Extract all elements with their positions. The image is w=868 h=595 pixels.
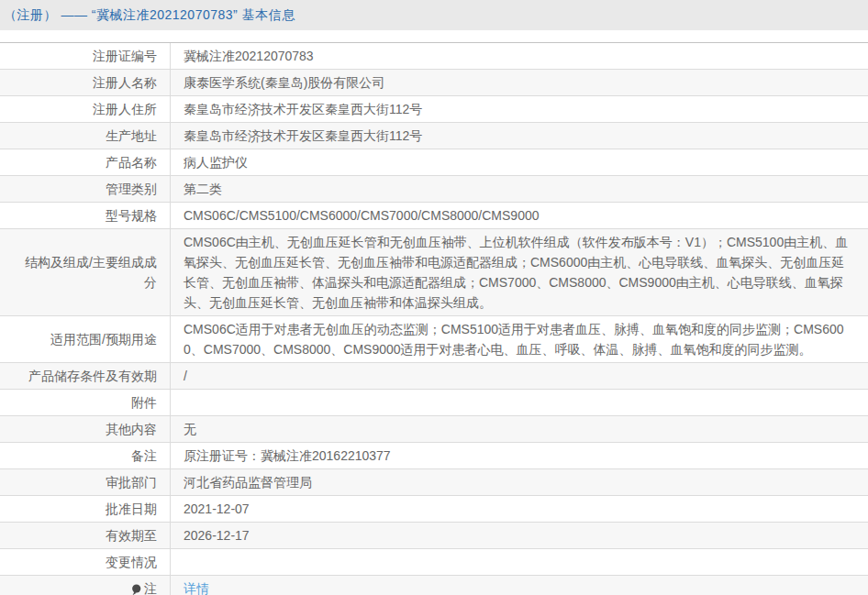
row-value: / — [171, 363, 868, 389]
row-value: 冀械注准20212070783 — [171, 43, 868, 69]
row-label-text: 结构及组成/主要组成成分 — [13, 252, 157, 292]
row-value: 秦皇岛市经济技术开发区秦皇西大街112号 — [171, 96, 868, 122]
row-label-text: 附件 — [131, 392, 157, 413]
row-label: 批准日期 — [0, 496, 171, 522]
row-label: 结构及组成/主要组成成分 — [0, 229, 171, 315]
table-row: 生产地址 秦皇岛市经济技术开发区秦皇西大街112号 — [0, 123, 868, 149]
row-label-text: 产品储存条件及有效期 — [28, 366, 157, 386]
row-label: 有效期至 — [0, 523, 171, 548]
row-value: 病人监护仪 — [171, 149, 868, 175]
row-label-text: 有效期至 — [106, 525, 157, 545]
row-label: 注册人住所 — [0, 96, 171, 122]
row-label-text: 管理类别 — [106, 179, 157, 199]
row-label: 型号规格 — [0, 203, 171, 228]
row-label-text: 生产地址 — [106, 126, 157, 146]
row-label-text: 产品名称 — [106, 152, 157, 172]
row-value: 河北省药品监督管理局 — [171, 469, 868, 495]
row-value: 2021-12-07 — [171, 496, 868, 522]
row-value: CMS06C/CMS5100/CMS6000/CMS7000/CMS8000/C… — [171, 203, 868, 228]
table-row: 注 详情 — [0, 576, 868, 595]
row-label-text: 注册人住所 — [93, 99, 157, 119]
page-header: （注册） —— “冀械注准20212070783” 基本信息 — [0, 0, 868, 30]
table-row: 产品名称 病人监护仪 — [0, 149, 868, 176]
row-value: 第二类 — [171, 176, 868, 202]
row-label-text: 变更情况 — [106, 552, 157, 572]
row-value: 康泰医学系统(秦皇岛)股份有限公司 — [171, 70, 868, 95]
table-row: 有效期至 2026-12-17 — [0, 523, 868, 549]
row-value — [171, 390, 868, 415]
row-value: CMS06C由主机、无创血压延长管和无创血压袖带、上位机软件组成（软件发布版本号… — [171, 229, 868, 315]
table-row: 管理类别 第二类 — [0, 176, 868, 203]
table-row: 备注 原注册证号：冀械注准20162210377 — [0, 443, 868, 469]
table-row: 变更情况 — [0, 549, 868, 576]
page-title: （注册） —— “冀械注准20212070783” 基本信息 — [4, 7, 295, 24]
note-bulb-icon — [131, 584, 141, 595]
row-label-text: 备注 — [131, 446, 157, 466]
row-value: 2026-12-17 — [171, 523, 868, 548]
row-label: 适用范围/预期用途 — [0, 316, 171, 362]
row-value: 详情 — [171, 576, 868, 595]
row-label: 注 — [0, 576, 171, 595]
row-label: 备注 — [0, 443, 171, 468]
row-label: 注册人名称 — [0, 70, 171, 95]
info-table: 注册证编号 冀械注准20212070783 注册人名称 康泰医学系统(秦皇岛)股… — [0, 42, 868, 595]
table-row: 产品储存条件及有效期 / — [0, 363, 868, 390]
table-row: 结构及组成/主要组成成分 CMS06C由主机、无创血压延长管和无创血压袖带、上位… — [0, 229, 868, 316]
row-label: 其他内容 — [0, 416, 171, 442]
detail-link[interactable]: 详情 — [184, 578, 209, 595]
row-label: 管理类别 — [0, 176, 171, 202]
row-label: 审批部门 — [0, 469, 171, 495]
table-row: 附件 — [0, 390, 868, 416]
table-row: 审批部门 河北省药品监督管理局 — [0, 469, 868, 496]
row-label-text: 批准日期 — [106, 499, 157, 519]
row-label-text: 注册人名称 — [93, 72, 157, 93]
row-value: 秦皇岛市经济技术开发区秦皇西大街112号 — [171, 123, 868, 149]
row-label-text: 其他内容 — [106, 419, 157, 439]
row-label: 产品名称 — [0, 149, 171, 175]
row-label-text: 型号规格 — [106, 205, 157, 226]
row-value: 原注册证号：冀械注准20162210377 — [171, 443, 868, 468]
row-label: 附件 — [0, 390, 171, 415]
table-row: 注册证编号 冀械注准20212070783 — [0, 43, 868, 70]
row-label: 生产地址 — [0, 123, 171, 149]
row-value: 无 — [171, 416, 868, 442]
row-value: CMS06C适用于对患者无创血压的动态监测；CMS5100适用于对患者血压、脉搏… — [171, 316, 868, 362]
row-label: 变更情况 — [0, 549, 171, 575]
row-label: 注册证编号 — [0, 43, 171, 69]
row-label: 产品储存条件及有效期 — [0, 363, 171, 389]
table-row: 注册人住所 秦皇岛市经济技术开发区秦皇西大街112号 — [0, 96, 868, 123]
row-value — [171, 549, 868, 575]
table-row: 适用范围/预期用途 CMS06C适用于对患者无创血压的动态监测；CMS5100适… — [0, 316, 868, 363]
row-label-text: 审批部门 — [106, 472, 157, 492]
table-row: 注册人名称 康泰医学系统(秦皇岛)股份有限公司 — [0, 70, 868, 96]
row-label-text: 注册证编号 — [93, 46, 157, 66]
table-row: 型号规格 CMS06C/CMS5100/CMS6000/CMS7000/CMS8… — [0, 203, 868, 229]
table-row: 批准日期 2021-12-07 — [0, 496, 868, 523]
row-label-text: 注 — [144, 578, 157, 595]
row-label-text: 适用范围/预期用途 — [50, 329, 157, 349]
table-row: 其他内容 无 — [0, 416, 868, 443]
